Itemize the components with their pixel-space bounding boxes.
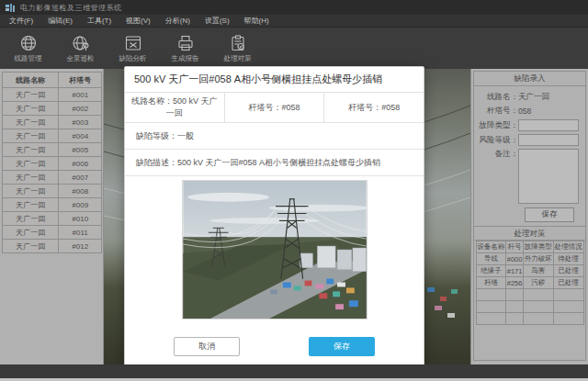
table-row[interactable]: 天广一回#011 xyxy=(3,226,102,240)
table-cell: 导线 xyxy=(476,253,506,265)
table-cell: #007 xyxy=(59,171,102,185)
defect-photo xyxy=(182,180,368,319)
tool-line-management[interactable]: 线路管理 xyxy=(2,29,54,68)
line-name-label: 线路名： xyxy=(478,92,518,103)
level-value: 一般 xyxy=(177,130,194,142)
dialog-level-row: 缺陷等级： 一般 xyxy=(125,123,424,150)
note-label: 备注： xyxy=(478,149,518,160)
table-cell: #012 xyxy=(59,240,102,253)
defect-entry-box: 缺陷录入 线路名： 天广一回 杆塔号： 058 故障类型： 风险等级： xyxy=(473,71,586,361)
tool-generate-report[interactable]: 生成报告 xyxy=(159,29,211,68)
table-cell: 天广一回 xyxy=(3,240,59,253)
tower-no-value: 058 xyxy=(518,106,531,116)
defect-entry-title: 缺陷录入 xyxy=(474,72,585,86)
dialog-tower2-cell: 杆塔号：#058 xyxy=(324,93,424,122)
tool-defect-analysis[interactable]: 缺陷分析 xyxy=(107,29,159,68)
title-bar: 电力影像巡检及三维管理系统 xyxy=(0,0,588,15)
table-cell: 天广一回 xyxy=(3,185,59,198)
table-row[interactable] xyxy=(476,313,583,325)
dialog-line-cell: 线路名称：500 kV 天广一回 xyxy=(125,93,225,122)
table-cell: 外力破坏 xyxy=(523,253,553,265)
tower1-value: #058 xyxy=(281,103,300,112)
table-cell: #004 xyxy=(59,129,102,143)
dialog-footer: 取消 保存 xyxy=(125,323,424,369)
line-value: 500 kV 天广一回 xyxy=(166,96,218,118)
table-row[interactable]: 天广一回#012 xyxy=(3,240,102,253)
table-cell: 鸟害 xyxy=(523,265,553,277)
note-textarea[interactable] xyxy=(518,149,579,204)
table-row[interactable]: 天广一回#010 xyxy=(3,212,102,226)
table-row[interactable]: 绝缘子#171鸟害已处理 xyxy=(476,265,583,277)
table-cell xyxy=(506,301,524,313)
tower2-label: 杆塔号： xyxy=(348,103,381,112)
cancel-button[interactable]: 取消 xyxy=(174,337,240,356)
table-row[interactable]: 天广一回#003 xyxy=(3,116,102,129)
table-row[interactable] xyxy=(476,301,583,313)
globe-icon xyxy=(19,34,38,52)
toolbar: 线路管理 全景巡检 缺陷分析 xyxy=(0,28,588,69)
table-row[interactable]: 天广一回#006 xyxy=(3,157,102,171)
save-button[interactable]: 保存 xyxy=(309,337,375,356)
menu-view[interactable]: 视图(V) xyxy=(126,16,151,26)
tool-label: 生成报告 xyxy=(172,54,199,63)
table-cell: 天广一回 xyxy=(3,129,59,143)
globe-pin-icon xyxy=(72,34,90,52)
dialog-desc-row: 缺陷描述： 500 kV 天广一回#058 A相小号侧横担挂点处螺母少插销 xyxy=(125,150,424,176)
menu-tools[interactable]: 工具(T) xyxy=(87,16,111,26)
table-cell: 天广一回 xyxy=(3,88,59,102)
table-cell: 绝缘子 xyxy=(476,265,506,277)
table-row[interactable]: 导线#000外力破坏待处理 xyxy=(476,253,583,265)
table-cell: 天广一回 xyxy=(3,226,59,240)
tower2-value: #058 xyxy=(381,103,400,112)
defect-detail-dialog: 500 kV 天广一回#058 A相小号侧横担挂点处螺母少插销 线路名称：500… xyxy=(124,66,424,367)
table-row[interactable]: 天广一回#001 xyxy=(3,88,102,102)
countermeasures-table: 设备名称 杆号 故障类型 处理情况 导线#000外力破坏待处理绝缘子#171鸟害… xyxy=(476,241,584,325)
menu-settings[interactable]: 设置(S) xyxy=(205,16,230,26)
table-cell: 待处理 xyxy=(553,253,583,265)
tower-no-label: 杆塔号： xyxy=(478,106,518,117)
table-row[interactable]: 天广一回#005 xyxy=(3,143,102,157)
table-header-row: 线路名称 杆塔号 xyxy=(3,73,102,88)
tool-panorama-inspection[interactable]: 全景巡检 xyxy=(54,29,107,68)
table-cell: #006 xyxy=(59,157,102,171)
table-cell xyxy=(523,313,553,325)
table-cell xyxy=(523,301,553,313)
analysis-window-icon xyxy=(124,34,142,52)
table-header-row: 设备名称 杆号 故障类型 处理情况 xyxy=(476,241,583,253)
table-cell: #010 xyxy=(59,212,102,226)
tool-countermeasures[interactable]: 处理对策 xyxy=(211,29,264,68)
table-row[interactable]: 天广一回#007 xyxy=(3,171,102,185)
clipboard-check-icon xyxy=(229,34,247,52)
table-cell xyxy=(476,313,506,325)
table-cell: #008 xyxy=(59,185,102,198)
table-row[interactable]: 天广一回#008 xyxy=(3,185,102,198)
table-row[interactable] xyxy=(476,289,583,301)
line-tower-rows: 天广一回#001天广一回#002天广一回#003天广一回#004天广一回#005… xyxy=(3,88,102,253)
tool-label: 处理对策 xyxy=(224,54,252,63)
risk-level-label: 风险等级： xyxy=(478,135,518,146)
field-tower-no: 杆塔号： 058 xyxy=(478,106,582,117)
table-cell: #000 xyxy=(506,253,524,265)
tool-label: 缺陷分析 xyxy=(119,54,147,63)
table-row[interactable]: 天广一回#002 xyxy=(3,102,102,116)
table-row[interactable]: 天广一回#009 xyxy=(3,198,102,212)
menu-help[interactable]: 帮助(H) xyxy=(244,16,269,26)
defect-save-button[interactable]: 保存 xyxy=(525,207,574,222)
status-bar xyxy=(0,364,588,378)
field-risk-level: 风险等级： xyxy=(478,134,582,146)
table-cell: #009 xyxy=(59,198,102,212)
table-cell: 已处理 xyxy=(553,277,583,289)
menu-file[interactable]: 文件(F) xyxy=(9,16,33,26)
fault-type-input[interactable] xyxy=(518,119,579,131)
table-cell xyxy=(553,301,583,313)
table-row[interactable]: 杆塔#256污秽已处理 xyxy=(476,277,583,289)
risk-level-input[interactable] xyxy=(518,134,579,146)
menu-edit[interactable]: 编辑(E) xyxy=(48,16,73,26)
menu-analysis[interactable]: 分析(N) xyxy=(165,16,190,26)
app-logo-icon xyxy=(6,3,16,13)
table-cell: #011 xyxy=(59,226,102,240)
table-row[interactable]: 天广一回#004 xyxy=(3,129,102,143)
table-cell: #005 xyxy=(59,143,102,157)
countermeasure-rows: 导线#000外力破坏待处理绝缘子#171鸟害已处理杆塔#256污秽已处理 xyxy=(476,253,583,325)
table-cell: 天广一回 xyxy=(3,212,59,226)
